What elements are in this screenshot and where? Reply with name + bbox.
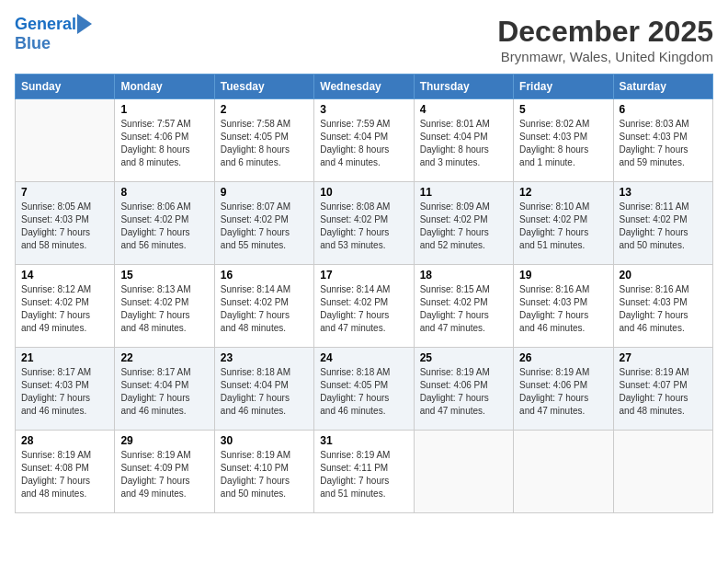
calendar-cell: 25Sunrise: 8:19 AMSunset: 4:06 PMDayligh…: [414, 348, 513, 431]
calendar-cell: 4Sunrise: 8:01 AMSunset: 4:04 PMDaylight…: [414, 99, 513, 182]
calendar-cell: 22Sunrise: 8:17 AMSunset: 4:04 PMDayligh…: [115, 348, 214, 431]
calendar-cell: 11Sunrise: 8:09 AMSunset: 4:02 PMDayligh…: [414, 182, 513, 265]
day-info: Sunrise: 8:14 AMSunset: 4:02 PMDaylight:…: [221, 283, 308, 335]
day-info: Sunrise: 8:03 AMSunset: 4:03 PMDaylight:…: [620, 118, 707, 169]
day-info: Sunrise: 7:59 AMSunset: 4:04 PMDaylight:…: [320, 118, 407, 169]
calendar-cell: 8Sunrise: 8:06 AMSunset: 4:02 PMDaylight…: [115, 182, 214, 265]
day-info: Sunrise: 8:17 AMSunset: 4:04 PMDaylight:…: [120, 366, 208, 418]
day-number: 7: [21, 186, 108, 199]
weekday-header-saturday: Saturday: [613, 75, 712, 99]
day-info: Sunrise: 7:58 AMSunset: 4:05 PMDaylight:…: [221, 118, 308, 169]
day-number: 14: [21, 269, 108, 282]
logo: General Blue: [15, 15, 92, 52]
day-number: 26: [519, 351, 607, 364]
calendar-week-row: 21Sunrise: 8:17 AMSunset: 4:03 PMDayligh…: [16, 348, 713, 431]
day-number: 28: [21, 434, 108, 447]
calendar-cell: 9Sunrise: 8:07 AMSunset: 4:02 PMDaylight…: [214, 182, 313, 265]
day-number: 19: [519, 269, 607, 282]
day-number: 4: [420, 103, 507, 116]
calendar-cell: 14Sunrise: 8:12 AMSunset: 4:02 PMDayligh…: [16, 265, 115, 348]
day-info: Sunrise: 8:19 AMSunset: 4:11 PMDaylight:…: [320, 449, 407, 500]
day-info: Sunrise: 8:17 AMSunset: 4:03 PMDaylight:…: [21, 366, 108, 418]
day-number: 22: [120, 351, 208, 364]
calendar-cell: 10Sunrise: 8:08 AMSunset: 4:02 PMDayligh…: [314, 182, 414, 265]
day-number: 30: [221, 434, 308, 447]
calendar-cell: 24Sunrise: 8:18 AMSunset: 4:05 PMDayligh…: [314, 348, 414, 431]
weekday-header-thursday: Thursday: [414, 75, 513, 99]
day-number: 29: [120, 434, 208, 447]
calendar-cell: 12Sunrise: 8:10 AMSunset: 4:02 PMDayligh…: [514, 182, 613, 265]
calendar-cell: 3Sunrise: 7:59 AMSunset: 4:04 PMDaylight…: [314, 99, 414, 182]
day-number: 21: [21, 351, 108, 364]
day-number: 1: [120, 103, 208, 116]
calendar-cell: 28Sunrise: 8:19 AMSunset: 4:08 PMDayligh…: [16, 431, 115, 513]
calendar-cell: 21Sunrise: 8:17 AMSunset: 4:03 PMDayligh…: [16, 348, 115, 431]
page-header: General Blue December 2025 Brynmawr, Wal…: [15, 15, 713, 64]
calendar-cell: 26Sunrise: 8:19 AMSunset: 4:06 PMDayligh…: [514, 348, 613, 431]
day-number: 27: [620, 351, 707, 364]
calendar-cell: 5Sunrise: 8:02 AMSunset: 4:03 PMDaylight…: [514, 99, 613, 182]
calendar-cell: 15Sunrise: 8:13 AMSunset: 4:02 PMDayligh…: [115, 265, 214, 348]
calendar-cell: 13Sunrise: 8:11 AMSunset: 4:02 PMDayligh…: [613, 182, 712, 265]
day-info: Sunrise: 8:14 AMSunset: 4:02 PMDaylight:…: [320, 283, 407, 335]
day-number: 10: [320, 186, 407, 199]
day-info: Sunrise: 8:05 AMSunset: 4:03 PMDaylight:…: [21, 201, 108, 252]
calendar-week-row: 14Sunrise: 8:12 AMSunset: 4:02 PMDayligh…: [16, 265, 713, 348]
calendar-cell: 17Sunrise: 8:14 AMSunset: 4:02 PMDayligh…: [314, 265, 414, 348]
calendar-cell: 2Sunrise: 7:58 AMSunset: 4:05 PMDaylight…: [214, 99, 313, 182]
location-title: Brynmawr, Wales, United Kingdom: [497, 49, 713, 64]
day-number: 3: [320, 103, 407, 116]
day-number: 23: [221, 351, 308, 364]
day-info: Sunrise: 8:01 AMSunset: 4:04 PMDaylight:…: [420, 118, 507, 169]
day-number: 20: [620, 269, 707, 282]
day-number: 5: [519, 103, 607, 116]
day-number: 6: [620, 103, 707, 116]
calendar-cell: [414, 431, 513, 513]
calendar-week-row: 1Sunrise: 7:57 AMSunset: 4:06 PMDaylight…: [16, 99, 713, 182]
calendar-cell: [514, 431, 613, 513]
calendar-cell: 19Sunrise: 8:16 AMSunset: 4:03 PMDayligh…: [514, 265, 613, 348]
day-info: Sunrise: 8:02 AMSunset: 4:03 PMDaylight:…: [519, 118, 607, 169]
day-info: Sunrise: 8:06 AMSunset: 4:02 PMDaylight:…: [120, 201, 208, 252]
calendar-cell: 18Sunrise: 8:15 AMSunset: 4:02 PMDayligh…: [414, 265, 513, 348]
day-number: 9: [221, 186, 308, 199]
day-number: 25: [420, 351, 507, 364]
calendar-cell: 20Sunrise: 8:16 AMSunset: 4:03 PMDayligh…: [613, 265, 712, 348]
calendar-cell: 16Sunrise: 8:14 AMSunset: 4:02 PMDayligh…: [214, 265, 313, 348]
calendar-cell: 7Sunrise: 8:05 AMSunset: 4:03 PMDaylight…: [16, 182, 115, 265]
day-info: Sunrise: 8:07 AMSunset: 4:02 PMDaylight:…: [221, 201, 308, 252]
day-number: 18: [420, 269, 507, 282]
weekday-header-wednesday: Wednesday: [314, 75, 414, 99]
day-info: Sunrise: 8:16 AMSunset: 4:03 PMDaylight:…: [519, 283, 607, 335]
day-info: Sunrise: 8:11 AMSunset: 4:02 PMDaylight:…: [620, 201, 707, 252]
calendar-cell: 1Sunrise: 7:57 AMSunset: 4:06 PMDaylight…: [115, 99, 214, 182]
svg-marker-0: [77, 14, 92, 34]
month-title: December 2025: [497, 15, 713, 49]
day-info: Sunrise: 7:57 AMSunset: 4:06 PMDaylight:…: [120, 118, 208, 169]
day-number: 2: [221, 103, 308, 116]
weekday-header-friday: Friday: [514, 75, 613, 99]
title-block: December 2025 Brynmawr, Wales, United Ki…: [497, 15, 713, 64]
calendar-week-row: 7Sunrise: 8:05 AMSunset: 4:03 PMDaylight…: [16, 182, 713, 265]
day-info: Sunrise: 8:19 AMSunset: 4:10 PMDaylight:…: [221, 449, 308, 500]
calendar-cell: 23Sunrise: 8:18 AMSunset: 4:04 PMDayligh…: [214, 348, 313, 431]
day-info: Sunrise: 8:18 AMSunset: 4:04 PMDaylight:…: [221, 366, 308, 418]
day-info: Sunrise: 8:10 AMSunset: 4:02 PMDaylight:…: [519, 201, 607, 252]
day-info: Sunrise: 8:12 AMSunset: 4:02 PMDaylight:…: [21, 283, 108, 335]
day-info: Sunrise: 8:13 AMSunset: 4:02 PMDaylight:…: [120, 283, 208, 335]
weekday-header-tuesday: Tuesday: [214, 75, 313, 99]
day-number: 31: [320, 434, 407, 447]
day-info: Sunrise: 8:19 AMSunset: 4:06 PMDaylight:…: [420, 366, 507, 418]
day-info: Sunrise: 8:19 AMSunset: 4:08 PMDaylight:…: [21, 449, 108, 500]
calendar-table: SundayMondayTuesdayWednesdayThursdayFrid…: [15, 74, 713, 513]
calendar-cell: 6Sunrise: 8:03 AMSunset: 4:03 PMDaylight…: [613, 99, 712, 182]
logo-text: General: [15, 15, 76, 35]
day-number: 11: [420, 186, 507, 199]
calendar-cell: [16, 99, 115, 182]
weekday-header-sunday: Sunday: [16, 75, 115, 99]
day-info: Sunrise: 8:15 AMSunset: 4:02 PMDaylight:…: [420, 283, 507, 335]
calendar-cell: 31Sunrise: 8:19 AMSunset: 4:11 PMDayligh…: [314, 431, 414, 513]
calendar-cell: 30Sunrise: 8:19 AMSunset: 4:10 PMDayligh…: [214, 431, 313, 513]
day-number: 17: [320, 269, 407, 282]
day-number: 24: [320, 351, 407, 364]
